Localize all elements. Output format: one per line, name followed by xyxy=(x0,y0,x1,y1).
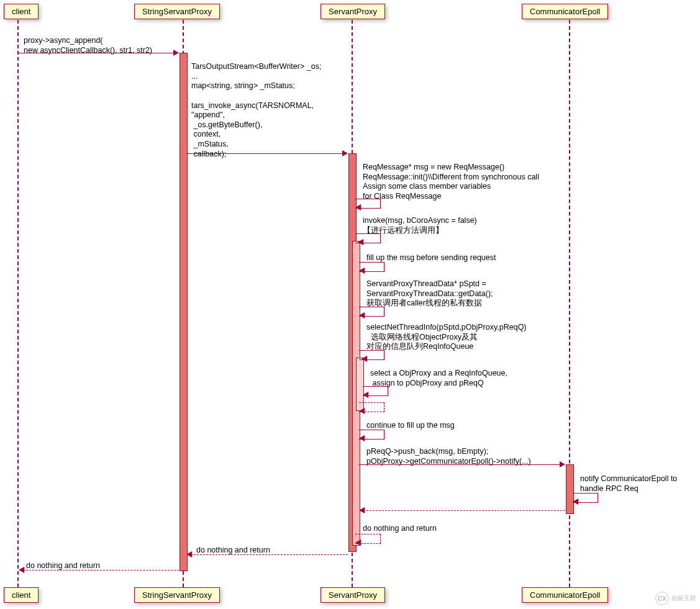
msg-reqmessage-arrowhead xyxy=(355,204,361,210)
participant-stringservantproxy-bottom: StringServantProxy xyxy=(134,587,220,603)
msg-donothing3-label: do nothing and return xyxy=(26,561,100,571)
msg-async-append-label: proxy->async_append( new asyncClientCall… xyxy=(24,36,152,55)
msg-invoke-arrowhead xyxy=(358,239,363,245)
participant-communicatorepoll-top: CommunicatorEpoll xyxy=(522,4,608,19)
msg-pushback-arrowhead xyxy=(560,461,565,467)
msg-fillup-label: fill up the msg before sending request xyxy=(366,253,496,263)
msg-continuefill-arrowhead xyxy=(359,435,365,441)
participant-client-bottom: client xyxy=(4,587,39,603)
watermark-icon: CX xyxy=(655,592,669,605)
activation-stringservantproxy xyxy=(180,53,188,571)
msg-selectnet-arrowhead xyxy=(361,356,367,362)
msg-continuefill-label: continue to fill up the msg xyxy=(366,421,455,431)
msg-threaddata-label: ServantProxyThreadData* pSptd = ServantP… xyxy=(366,279,493,309)
activation-communicatorepoll xyxy=(566,464,574,514)
msg-selectnet-label: selectNetThreadInfo(pSptd,pObjProxy,pReq… xyxy=(366,323,527,352)
msg-async-append-arrowhead xyxy=(173,50,179,56)
participant-stringservantproxy-top: StringServantProxy xyxy=(134,4,220,19)
msg-invoke-label: invoke(msg, bCoroAsync = false) 【进行远程方法调… xyxy=(363,216,477,235)
msg-donothing1-arrowhead xyxy=(355,539,361,546)
participant-servantproxy-top: ServantProxy xyxy=(320,4,385,19)
msg-notify-arrowhead xyxy=(573,498,578,505)
msg-selectobj-label: select a ObjProxy and a ReqInfoQueue, as… xyxy=(370,369,507,388)
participant-communicatorepoll-bottom: CommunicatorEpoll xyxy=(522,587,608,603)
participant-client-top: client xyxy=(4,4,39,19)
msg-notify-label: notify CommunicatorEpoll to handle RPC R… xyxy=(580,474,677,494)
msg-threaddata-arrowhead xyxy=(359,312,365,318)
watermark: CX 创新互联 xyxy=(655,592,696,605)
watermark-text: 创新互联 xyxy=(671,594,696,603)
msg-donothing1-label: do nothing and return xyxy=(363,524,437,534)
msg-donothing2-label: do nothing and return xyxy=(196,546,270,556)
msg-selectobj-return-arrowhead xyxy=(359,408,365,414)
msg-return-epoll-arrowhead xyxy=(359,507,365,513)
msg-selectobj-arrowhead xyxy=(363,392,368,398)
msg-return-epoll-arrow xyxy=(360,510,565,511)
msg-tars-invoke-label: TarsOutputStream<BufferWriter> _os; ... … xyxy=(191,62,321,159)
lifeline-client xyxy=(17,20,19,587)
msg-reqmessage-label: ReqMessage* msg = new ReqMessage() ReqMe… xyxy=(363,163,539,202)
msg-donothing2-arrowhead xyxy=(186,551,192,557)
msg-donothing3-arrowhead xyxy=(19,567,24,573)
msg-tars-invoke-arrowhead xyxy=(342,150,348,156)
msg-pushback-label: pReqQ->push_back(msg, bEmpty); pObjProxy… xyxy=(366,447,531,466)
msg-fillup-arrowhead xyxy=(359,268,365,274)
participant-servantproxy-bottom: ServantProxy xyxy=(320,587,385,603)
